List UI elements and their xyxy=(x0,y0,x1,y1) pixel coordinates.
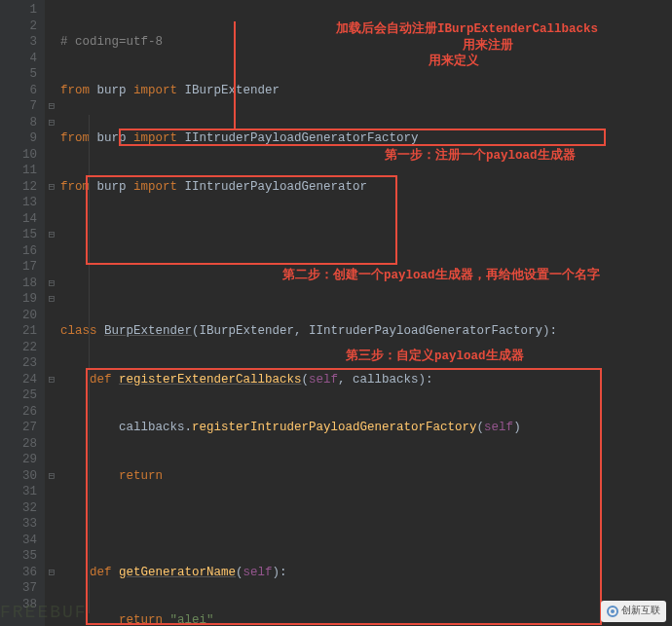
line-number-gutter: 1234567891011121314151617181920212223242… xyxy=(0,0,45,626)
code-editor[interactable]: 1234567891011121314151617181920212223242… xyxy=(0,0,672,626)
fold-def-icon: ⊟ xyxy=(45,468,58,485)
fold-class-icon: ⊟ xyxy=(45,276,58,292)
fold-def-icon: ⊟ xyxy=(45,565,58,581)
annotation-label-register: 用来注册 xyxy=(463,38,513,55)
annotation-label-load: 加载后会自动注册IBurpExtenderCallbacks xyxy=(336,21,598,38)
annotation-label-step3: 第三步：自定义payload生成器 xyxy=(346,349,524,365)
annotation-label-step1: 第一步：注册一个payload生成器 xyxy=(385,148,576,165)
fold-def-icon: ⊟ xyxy=(45,227,58,243)
fold-def-icon: ⊟ xyxy=(45,179,58,196)
fold-def-icon: ⊟ xyxy=(45,291,58,308)
comment-line: # coding=utf-8 xyxy=(60,35,163,49)
fold-class-icon: ⊟ xyxy=(45,98,58,115)
logo-icon xyxy=(607,606,618,617)
fold-column[interactable]: ⊟⊟ ⊟ ⊟ ⊟⊟ ⊟ ⊟ ⊟ xyxy=(45,0,58,626)
watermark-freebuf: FREEBUF xyxy=(0,605,88,621)
fold-def-icon: ⊟ xyxy=(45,115,58,131)
annotation-label-step2: 第二步：创建一个payload生成器，再给他设置一个名字 xyxy=(282,268,600,284)
annotation-label-define: 用来定义 xyxy=(429,54,479,70)
fold-def-icon: ⊟ xyxy=(45,372,58,388)
watermark-logo: 创新互联 xyxy=(601,601,666,623)
code-content[interactable]: # coding=utf-8 from burp import IBurpExt… xyxy=(58,0,672,626)
